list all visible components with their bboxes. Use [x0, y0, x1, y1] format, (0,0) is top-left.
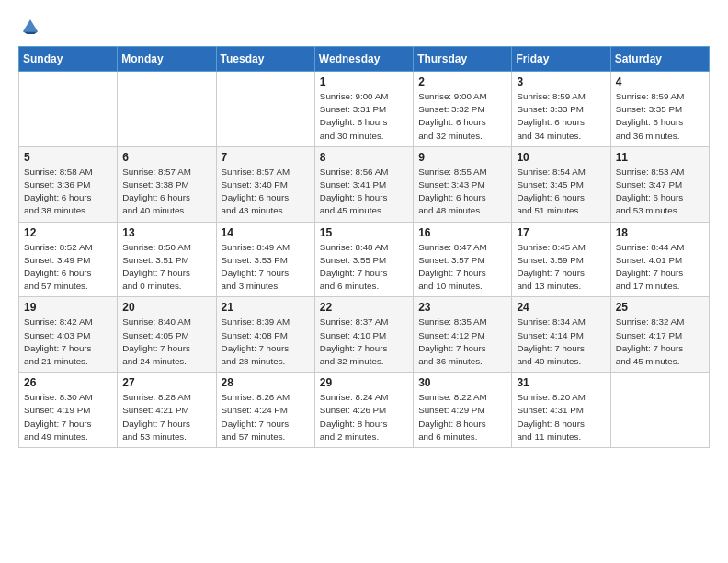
calendar-cell: 8Sunrise: 8:56 AM Sunset: 3:41 PM Daylig…: [314, 146, 413, 222]
calendar-cell: 14Sunrise: 8:49 AM Sunset: 3:53 PM Dayli…: [216, 222, 314, 297]
page: SundayMondayTuesdayWednesdayThursdayFrid…: [0, 0, 728, 563]
day-info: Sunrise: 8:53 AM Sunset: 3:47 PM Dayligh…: [616, 166, 704, 218]
day-of-week-header: Wednesday: [314, 47, 413, 72]
day-info: Sunrise: 8:42 AM Sunset: 4:03 PM Dayligh…: [24, 316, 112, 368]
day-info: Sunrise: 8:59 AM Sunset: 3:33 PM Dayligh…: [517, 90, 605, 143]
svg-marker-0: [23, 19, 38, 31]
calendar-cell: 3Sunrise: 8:59 AM Sunset: 3:33 PM Daylig…: [512, 72, 610, 147]
day-number: 27: [122, 376, 210, 389]
day-info: Sunrise: 8:30 AM Sunset: 4:19 PM Dayligh…: [24, 391, 112, 443]
day-info: Sunrise: 8:56 AM Sunset: 3:41 PM Dayligh…: [320, 166, 408, 218]
day-info: Sunrise: 8:57 AM Sunset: 3:40 PM Dayligh…: [222, 166, 310, 218]
svg-marker-1: [23, 31, 38, 34]
day-number: 4: [616, 75, 704, 88]
calendar-cell: 16Sunrise: 8:47 AM Sunset: 3:57 PM Dayli…: [414, 222, 512, 297]
day-info: Sunrise: 9:00 AM Sunset: 3:32 PM Dayligh…: [418, 90, 506, 143]
day-info: Sunrise: 8:55 AM Sunset: 3:43 PM Dayligh…: [418, 166, 506, 218]
day-number: 3: [517, 75, 605, 88]
calendar-cell: 5Sunrise: 8:58 AM Sunset: 3:36 PM Daylig…: [19, 146, 118, 222]
day-number: 20: [122, 301, 210, 314]
day-number: 2: [418, 75, 506, 88]
calendar-header: SundayMondayTuesdayWednesdayThursdayFrid…: [19, 47, 710, 72]
calendar-cell: 4Sunrise: 8:59 AM Sunset: 3:35 PM Daylig…: [610, 72, 709, 147]
day-info: Sunrise: 9:00 AM Sunset: 3:31 PM Dayligh…: [320, 90, 408, 143]
day-info: Sunrise: 8:34 AM Sunset: 4:14 PM Dayligh…: [517, 316, 605, 368]
day-number: 26: [24, 376, 112, 389]
day-number: 16: [418, 226, 506, 239]
day-info: Sunrise: 8:44 AM Sunset: 4:01 PM Dayligh…: [616, 241, 704, 293]
day-number: 7: [222, 151, 310, 164]
day-of-week-header: Sunday: [19, 47, 118, 72]
day-info: Sunrise: 8:54 AM Sunset: 3:45 PM Dayligh…: [517, 166, 605, 218]
day-number: 6: [122, 151, 210, 164]
calendar-cell: 27Sunrise: 8:28 AM Sunset: 4:21 PM Dayli…: [118, 373, 216, 448]
day-number: 15: [320, 226, 408, 239]
calendar-cell: 12Sunrise: 8:52 AM Sunset: 3:49 PM Dayli…: [19, 222, 118, 297]
day-info: Sunrise: 8:40 AM Sunset: 4:05 PM Dayligh…: [122, 316, 210, 368]
calendar-cell: 31Sunrise: 8:20 AM Sunset: 4:31 PM Dayli…: [512, 373, 610, 448]
calendar-cell: 7Sunrise: 8:57 AM Sunset: 3:40 PM Daylig…: [216, 146, 314, 222]
day-info: Sunrise: 8:58 AM Sunset: 3:36 PM Dayligh…: [24, 166, 112, 218]
header-row: SundayMondayTuesdayWednesdayThursdayFrid…: [19, 47, 710, 72]
day-info: Sunrise: 8:39 AM Sunset: 4:08 PM Dayligh…: [222, 316, 310, 368]
day-info: Sunrise: 8:26 AM Sunset: 4:24 PM Dayligh…: [222, 391, 310, 443]
day-number: 10: [517, 151, 605, 164]
calendar-cell: 25Sunrise: 8:32 AM Sunset: 4:17 PM Dayli…: [610, 297, 709, 373]
day-info: Sunrise: 8:45 AM Sunset: 3:59 PM Dayligh…: [517, 241, 605, 293]
day-info: Sunrise: 8:24 AM Sunset: 4:26 PM Dayligh…: [320, 391, 408, 443]
day-number: 28: [222, 376, 310, 389]
calendar-cell: [19, 72, 118, 147]
day-number: 18: [616, 226, 704, 239]
calendar-cell: 9Sunrise: 8:55 AM Sunset: 3:43 PM Daylig…: [414, 146, 512, 222]
day-of-week-header: Thursday: [414, 47, 512, 72]
day-number: 29: [320, 376, 408, 389]
calendar-cell: 26Sunrise: 8:30 AM Sunset: 4:19 PM Dayli…: [19, 373, 118, 448]
day-number: 25: [616, 301, 704, 314]
day-number: 23: [418, 301, 506, 314]
day-info: Sunrise: 8:20 AM Sunset: 4:31 PM Dayligh…: [517, 391, 605, 443]
calendar-cell: 15Sunrise: 8:48 AM Sunset: 3:55 PM Dayli…: [314, 222, 413, 297]
day-number: 8: [320, 151, 408, 164]
day-number: 30: [418, 376, 506, 389]
calendar-cell: [216, 72, 314, 147]
day-info: Sunrise: 8:50 AM Sunset: 3:51 PM Dayligh…: [122, 241, 210, 293]
calendar-cell: 10Sunrise: 8:54 AM Sunset: 3:45 PM Dayli…: [512, 146, 610, 222]
calendar-cell: 17Sunrise: 8:45 AM Sunset: 3:59 PM Dayli…: [512, 222, 610, 297]
day-info: Sunrise: 8:57 AM Sunset: 3:38 PM Dayligh…: [122, 166, 210, 218]
day-of-week-header: Monday: [118, 47, 216, 72]
day-info: Sunrise: 8:59 AM Sunset: 3:35 PM Dayligh…: [616, 90, 704, 143]
day-of-week-header: Friday: [512, 47, 610, 72]
day-number: 22: [320, 301, 408, 314]
day-info: Sunrise: 8:48 AM Sunset: 3:55 PM Dayligh…: [320, 241, 408, 293]
day-number: 9: [418, 151, 506, 164]
calendar-body: 1Sunrise: 9:00 AM Sunset: 3:31 PM Daylig…: [19, 72, 710, 448]
calendar-week-row: 26Sunrise: 8:30 AM Sunset: 4:19 PM Dayli…: [19, 373, 710, 448]
calendar-cell: 19Sunrise: 8:42 AM Sunset: 4:03 PM Dayli…: [19, 297, 118, 373]
calendar-cell: 23Sunrise: 8:35 AM Sunset: 4:12 PM Dayli…: [414, 297, 512, 373]
header: [18, 17, 710, 37]
day-info: Sunrise: 8:47 AM Sunset: 3:57 PM Dayligh…: [418, 241, 506, 293]
day-number: 11: [616, 151, 704, 164]
calendar-week-row: 19Sunrise: 8:42 AM Sunset: 4:03 PM Dayli…: [19, 297, 710, 373]
calendar-week-row: 12Sunrise: 8:52 AM Sunset: 3:49 PM Dayli…: [19, 222, 710, 297]
day-of-week-header: Tuesday: [216, 47, 314, 72]
day-of-week-header: Saturday: [610, 47, 709, 72]
day-info: Sunrise: 8:35 AM Sunset: 4:12 PM Dayligh…: [418, 316, 506, 368]
day-info: Sunrise: 8:49 AM Sunset: 3:53 PM Dayligh…: [222, 241, 310, 293]
calendar-cell: 20Sunrise: 8:40 AM Sunset: 4:05 PM Dayli…: [118, 297, 216, 373]
calendar-cell: 22Sunrise: 8:37 AM Sunset: 4:10 PM Dayli…: [314, 297, 413, 373]
calendar-cell: 1Sunrise: 9:00 AM Sunset: 3:31 PM Daylig…: [314, 72, 413, 147]
day-info: Sunrise: 8:28 AM Sunset: 4:21 PM Dayligh…: [122, 391, 210, 443]
day-number: 24: [517, 301, 605, 314]
day-number: 14: [222, 226, 310, 239]
day-number: 1: [320, 75, 408, 88]
day-number: 19: [24, 301, 112, 314]
day-info: Sunrise: 8:37 AM Sunset: 4:10 PM Dayligh…: [320, 316, 408, 368]
calendar-cell: 21Sunrise: 8:39 AM Sunset: 4:08 PM Dayli…: [216, 297, 314, 373]
calendar-cell: 24Sunrise: 8:34 AM Sunset: 4:14 PM Dayli…: [512, 297, 610, 373]
day-number: 21: [222, 301, 310, 314]
calendar-cell: 13Sunrise: 8:50 AM Sunset: 3:51 PM Dayli…: [118, 222, 216, 297]
day-number: 13: [122, 226, 210, 239]
day-number: 12: [24, 226, 112, 239]
calendar-cell: 2Sunrise: 9:00 AM Sunset: 3:32 PM Daylig…: [414, 72, 512, 147]
